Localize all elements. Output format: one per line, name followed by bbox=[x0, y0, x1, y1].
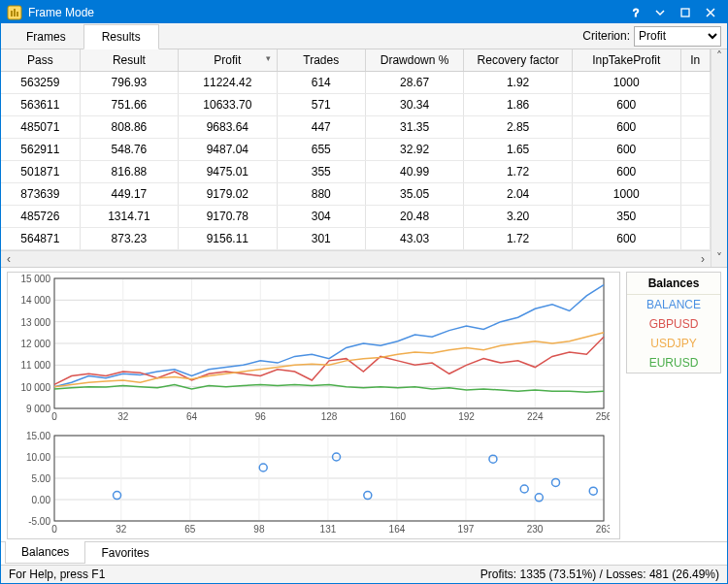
svg-text:192: 192 bbox=[458, 411, 475, 422]
table-cell: 447 bbox=[277, 116, 365, 139]
table-cell: 2.85 bbox=[464, 116, 573, 139]
table-row[interactable]: 563611751.6610633.7057130.341.86600 bbox=[1, 94, 711, 116]
statusbar: For Help, press F1 Profits: 1335 (73.51%… bbox=[1, 565, 727, 583]
table-cell: 808.86 bbox=[80, 116, 178, 139]
vertical-scrollbar[interactable]: ˄ ˅ bbox=[711, 49, 727, 267]
status-left: For Help, press F1 bbox=[9, 568, 105, 581]
svg-point-75 bbox=[552, 479, 560, 487]
scroll-up-icon[interactable]: ˄ bbox=[711, 49, 727, 65]
svg-text:131: 131 bbox=[320, 524, 337, 535]
table-cell: 600 bbox=[572, 161, 680, 183]
column-header[interactable]: Pass bbox=[1, 49, 80, 72]
svg-text:0.00: 0.00 bbox=[32, 495, 51, 505]
legend-item-balance[interactable]: BALANCE bbox=[627, 295, 720, 314]
table-cell: 9170.78 bbox=[179, 206, 277, 228]
column-header[interactable]: Result bbox=[80, 49, 178, 72]
svg-text:0: 0 bbox=[51, 524, 57, 535]
table-cell: 1000 bbox=[572, 183, 680, 206]
table-cell: 563611 bbox=[1, 94, 80, 116]
tab-results[interactable]: Results bbox=[83, 24, 159, 49]
column-header[interactable]: Trades bbox=[277, 49, 365, 72]
tab-frames[interactable]: Frames bbox=[9, 25, 83, 49]
table-row[interactable]: 873639449.179179.0288035.052.041000 bbox=[1, 183, 711, 206]
table-cell bbox=[680, 94, 710, 116]
table-cell: 600 bbox=[572, 94, 680, 116]
legend: Balances BALANCEGBPUSDUSDJPYEURUSD bbox=[626, 272, 721, 373]
scroll-right-icon[interactable]: › bbox=[695, 252, 711, 266]
balances-chart[interactable]: 9 00010 00011 00012 00013 00014 00015 00… bbox=[8, 273, 610, 426]
table-row[interactable]: 485071808.869683.6444731.352.85600 bbox=[1, 116, 711, 139]
horizontal-scrollbar[interactable]: ‹ › bbox=[1, 250, 711, 267]
top-tabs: FramesResults bbox=[1, 23, 159, 49]
table-cell: 31.35 bbox=[365, 116, 463, 139]
table-cell: 355 bbox=[277, 161, 365, 183]
table-cell: 1.72 bbox=[464, 228, 573, 250]
app-icon bbox=[7, 5, 22, 20]
collapse-button[interactable] bbox=[647, 3, 673, 22]
svg-text:263: 263 bbox=[596, 524, 610, 535]
svg-rect-5 bbox=[681, 9, 689, 16]
svg-text:11 000: 11 000 bbox=[20, 361, 50, 372]
table-cell: 600 bbox=[572, 228, 680, 250]
scatter-chart[interactable]: -5.000.005.0010.0015.0003265981311641972… bbox=[8, 430, 610, 538]
table-row[interactable]: 563259796.9311224.4261428.671.921000 bbox=[1, 72, 711, 94]
table-cell bbox=[680, 116, 710, 139]
column-header[interactable]: Recovery factor bbox=[464, 49, 573, 72]
table-row[interactable]: 4857261314.719170.7830420.483.20350 bbox=[1, 206, 711, 228]
svg-text:13 000: 13 000 bbox=[20, 317, 50, 328]
bottom-tab-favorites[interactable]: Favorites bbox=[85, 542, 164, 564]
svg-point-72 bbox=[489, 456, 497, 464]
top-toolbar: FramesResults Criterion: Profit bbox=[1, 23, 727, 49]
table-cell: 548.76 bbox=[80, 139, 178, 161]
column-header[interactable]: Drawdown % bbox=[365, 49, 463, 72]
svg-text:15.00: 15.00 bbox=[26, 431, 50, 441]
help-button[interactable]: ? bbox=[622, 3, 647, 22]
svg-point-69 bbox=[259, 464, 267, 471]
table-cell: 304 bbox=[277, 206, 365, 228]
column-header[interactable]: Profit bbox=[179, 49, 277, 72]
table-row[interactable]: 564871873.239156.1130143.031.72600 bbox=[1, 228, 711, 250]
svg-rect-1 bbox=[11, 11, 13, 16]
table-cell: 43.03 bbox=[365, 228, 463, 250]
table-cell: 751.66 bbox=[80, 94, 178, 116]
table-cell: 1.86 bbox=[464, 94, 573, 116]
svg-text:128: 128 bbox=[321, 411, 338, 422]
table-cell: 562911 bbox=[1, 139, 80, 161]
results-table-wrap: PassResultProfitTradesDrawdown %Recovery… bbox=[1, 49, 727, 268]
criterion-label: Criterion: bbox=[582, 29, 630, 43]
table-cell: 614 bbox=[277, 72, 365, 94]
results-table[interactable]: PassResultProfitTradesDrawdown %Recovery… bbox=[1, 49, 711, 250]
table-cell bbox=[680, 206, 710, 228]
table-cell: 564871 bbox=[1, 228, 80, 250]
svg-text:15 000: 15 000 bbox=[20, 274, 50, 284]
svg-text:98: 98 bbox=[253, 524, 265, 535]
bottom-tab-balances[interactable]: Balances bbox=[5, 541, 85, 564]
table-cell: 2.04 bbox=[464, 183, 573, 206]
svg-text:14 000: 14 000 bbox=[20, 296, 50, 307]
svg-text:9 000: 9 000 bbox=[26, 404, 50, 414]
criterion-select[interactable]: Profit bbox=[634, 26, 721, 47]
table-cell: 20.48 bbox=[365, 206, 463, 228]
column-header[interactable]: In bbox=[680, 49, 710, 72]
table-row[interactable]: 501871816.889475.0135540.991.72600 bbox=[1, 161, 711, 183]
svg-text:12 000: 12 000 bbox=[20, 339, 50, 349]
table-cell: 880 bbox=[277, 183, 365, 206]
svg-rect-3 bbox=[17, 12, 18, 16]
column-header[interactable]: InpTakeProfit bbox=[572, 49, 680, 72]
legend-item-eurusd[interactable]: EURUSD bbox=[627, 353, 720, 373]
table-cell: 9156.11 bbox=[179, 228, 277, 250]
close-button[interactable] bbox=[698, 3, 723, 22]
table-row[interactable]: 562911548.769487.0465532.921.65600 bbox=[1, 139, 711, 161]
svg-text:10.00: 10.00 bbox=[26, 452, 50, 463]
scroll-down-icon[interactable]: ˅ bbox=[711, 251, 727, 267]
svg-text:64: 64 bbox=[186, 411, 198, 422]
legend-item-gbpusd[interactable]: GBPUSD bbox=[627, 314, 720, 334]
scroll-left-icon[interactable]: ‹ bbox=[1, 252, 17, 266]
maximize-button[interactable] bbox=[673, 3, 698, 22]
svg-text:164: 164 bbox=[389, 524, 406, 535]
table-cell bbox=[680, 72, 710, 94]
legend-item-usdjpy[interactable]: USDJPY bbox=[627, 334, 720, 353]
table-cell: 9683.64 bbox=[179, 116, 277, 139]
svg-text:10 000: 10 000 bbox=[20, 382, 50, 393]
table-cell: 9475.01 bbox=[179, 161, 277, 183]
